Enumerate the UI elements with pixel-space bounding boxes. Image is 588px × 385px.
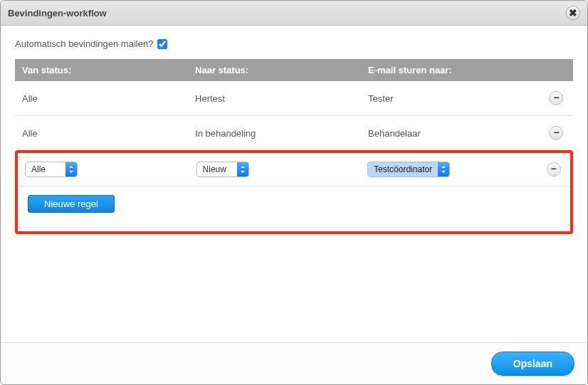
cell-mail: Tester [361, 81, 540, 116]
minus-icon: − [553, 127, 559, 137]
header-actions [540, 59, 573, 81]
chevron-updown-icon [237, 162, 248, 176]
save-button[interactable]: Opslaan [491, 352, 574, 376]
dialog-title: Bevindingen-workflow [8, 8, 107, 19]
email-to-value: Testcöordinator [368, 162, 438, 176]
edit-row: Alle Nieuw [18, 153, 570, 186]
close-button[interactable]: ✖ [566, 6, 580, 20]
rules-table: Van status: Naar status: E-mail sturen n… [15, 59, 573, 150]
cell-from: Alle [15, 116, 188, 151]
email-to-select[interactable]: Testcöordinator [367, 162, 450, 177]
close-icon: ✖ [569, 8, 577, 18]
auto-mail-label: Automatisch bevindingen mailen? [15, 38, 153, 49]
dialog-body: Automatisch bevindingen mailen? Van stat… [1, 26, 587, 342]
cell-to: In behandeling [188, 116, 361, 151]
minus-icon: − [551, 164, 557, 174]
dialog-footer: Opslaan [1, 342, 587, 384]
auto-mail-checkbox[interactable] [157, 39, 167, 49]
new-rule-highlight: Alle Nieuw [15, 150, 573, 234]
remove-row-button[interactable]: − [549, 126, 563, 140]
from-status-select[interactable]: Alle [25, 162, 78, 177]
header-from: Van status: [15, 59, 188, 81]
remove-row-button[interactable]: − [549, 91, 563, 105]
header-mail: E-mail sturen naar: [361, 59, 540, 81]
table-row: Alle In behandeling Behandelaar − [15, 116, 573, 151]
remove-row-button[interactable]: − [547, 162, 561, 176]
to-status-value: Nieuw [197, 162, 237, 176]
auto-mail-row: Automatisch bevindingen mailen? [15, 38, 573, 49]
chevron-updown-icon [438, 162, 449, 176]
minus-icon: − [553, 93, 559, 102]
workflow-dialog: Bevindingen-workflow ✖ Automatisch bevin… [0, 0, 588, 385]
cell-from: Alle [15, 81, 188, 116]
cell-mail: Behandelaar [361, 116, 540, 151]
table-header-row: Van status: Naar status: E-mail sturen n… [15, 59, 573, 81]
dialog-titlebar: Bevindingen-workflow ✖ [1, 1, 587, 26]
to-status-select[interactable]: Nieuw [196, 162, 249, 177]
from-status-value: Alle [26, 162, 65, 176]
cell-to: Hertest [188, 81, 361, 116]
chevron-updown-icon [65, 162, 77, 176]
header-to: Naar status: [188, 59, 361, 81]
table-row: Alle Hertest Tester − [15, 81, 573, 116]
new-rule-button[interactable]: Nieuwe regel [28, 195, 115, 213]
